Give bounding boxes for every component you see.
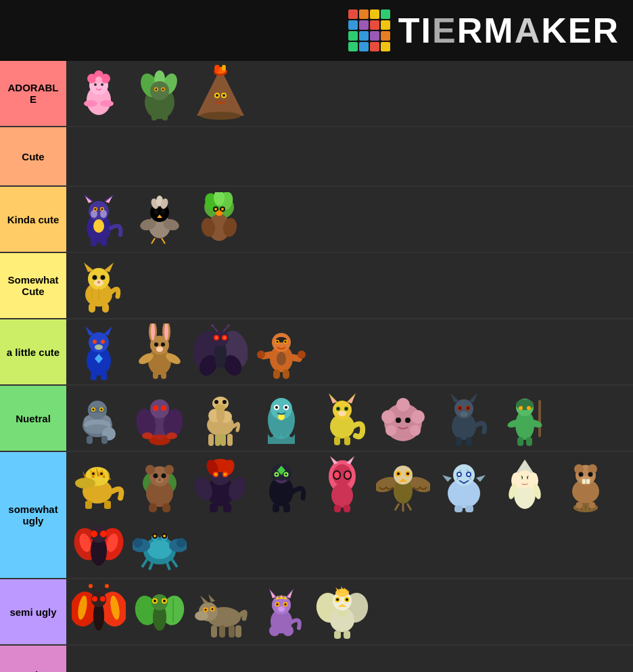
svg-point-132 [277, 352, 286, 365]
pokemon-slot[interactable] [312, 455, 372, 514]
svg-point-194 [405, 418, 411, 423]
pokemon-slot[interactable] [373, 455, 433, 514]
pokemon-slot[interactable] [191, 582, 250, 642]
svg-point-54 [161, 210, 165, 214]
tier-label-cute: Cute [0, 127, 66, 185]
svg-rect-186 [344, 436, 350, 445]
pokemon-slot[interactable] [69, 322, 128, 382]
svg-point-38 [100, 210, 107, 218]
svg-marker-288 [476, 475, 486, 482]
svg-point-201 [459, 407, 461, 409]
svg-rect-315 [582, 479, 586, 484]
svg-point-192 [410, 425, 421, 436]
pokemon-slot[interactable] [312, 388, 372, 448]
svg-point-182 [337, 407, 339, 409]
pokemon-slot[interactable] [191, 455, 250, 514]
svg-rect-104 [161, 372, 166, 379]
svg-point-190 [396, 398, 410, 411]
svg-marker-376 [200, 596, 208, 604]
pokemon-slot[interactable] [69, 582, 128, 642]
svg-point-175 [333, 401, 352, 420]
svg-line-349 [166, 561, 170, 570]
svg-point-210 [527, 406, 531, 410]
svg-rect-323 [576, 502, 582, 508]
svg-point-248 [214, 473, 217, 476]
pokemon-slot[interactable] [373, 388, 433, 448]
pokemon-slot[interactable] [130, 582, 189, 642]
tier-table: ADORABLE [0, 61, 633, 672]
pokemon-slot[interactable] [191, 322, 250, 382]
svg-point-294 [458, 473, 461, 476]
svg-point-249 [224, 473, 227, 476]
logo-cell [359, 9, 369, 19]
pokemon-slot[interactable] [69, 388, 128, 448]
pokemon-slot[interactable] [434, 455, 494, 514]
tier-label-ugly: ugly [0, 646, 66, 672]
logo-cell [370, 20, 379, 30]
tier-content-adorable [66, 61, 633, 126]
pokemon-slot[interactable] [252, 388, 311, 448]
svg-point-96 [151, 323, 155, 340]
tier-label-somewhat-ugly: somewhat ugly [0, 452, 66, 578]
pokemon-slot[interactable] [130, 516, 189, 575]
pokemon-slot[interactable] [130, 455, 189, 514]
svg-point-183 [346, 407, 348, 409]
pokemon-slot[interactable] [69, 64, 128, 123]
pokemon-slot[interactable] [252, 582, 311, 642]
pokemon-slot[interactable] [69, 516, 128, 575]
pokemon-slot[interactable] [130, 189, 189, 249]
svg-rect-272 [334, 505, 341, 512]
pokemon-slot[interactable] [191, 189, 250, 249]
svg-point-398 [285, 603, 287, 605]
svg-point-42 [101, 208, 103, 210]
svg-point-346 [163, 535, 166, 537]
pokemon-slot[interactable] [130, 322, 189, 382]
pokemon-slot[interactable] [69, 189, 128, 249]
svg-rect-296 [454, 506, 463, 512]
pokemon-slot[interactable] [191, 388, 250, 448]
pokemon-slot[interactable] [252, 455, 311, 514]
svg-point-77 [97, 281, 100, 284]
pokemon-slot[interactable] [495, 388, 555, 448]
svg-rect-90 [91, 372, 97, 380]
svg-point-41 [95, 208, 97, 210]
svg-rect-185 [334, 436, 340, 445]
tier-row-ugly: ugly [0, 646, 633, 672]
logo-cell [370, 9, 379, 19]
pokemon-slot[interactable] [191, 64, 250, 123]
svg-rect-166 [227, 434, 233, 446]
svg-rect-165 [220, 434, 226, 446]
svg-point-193 [396, 418, 401, 423]
tier-label-semi-ugly: semi ugly [0, 579, 66, 644]
svg-rect-205 [466, 437, 472, 446]
svg-point-310 [574, 464, 584, 474]
pokemon-slot[interactable] [69, 455, 128, 514]
svg-line-334 [101, 520, 107, 528]
svg-point-45 [93, 219, 104, 233]
pokemon-slot[interactable] [556, 455, 615, 514]
svg-point-4 [101, 74, 110, 83]
svg-point-6 [94, 83, 97, 86]
svg-point-380 [205, 608, 207, 610]
pokemon-slot[interactable] [69, 256, 128, 315]
pokemon-slot[interactable] [130, 64, 189, 123]
svg-point-100 [156, 346, 163, 352]
tier-content-somewhat-ugly [66, 452, 633, 578]
svg-point-295 [467, 473, 470, 476]
pokemon-slot[interactable] [130, 388, 189, 448]
pokemon-slot[interactable] [434, 388, 494, 448]
svg-rect-163 [208, 434, 214, 446]
svg-point-227 [100, 472, 103, 475]
svg-rect-204 [456, 437, 462, 446]
pokemon-slot[interactable] [252, 322, 311, 382]
tiermaker-logo-text: TierMaker [398, 10, 619, 51]
pokemon-slot[interactable] [495, 455, 555, 514]
svg-rect-229 [104, 501, 111, 509]
svg-marker-377 [208, 594, 215, 602]
svg-point-162 [222, 400, 227, 404]
svg-rect-145 [101, 436, 108, 444]
pokemon-slot[interactable] [312, 582, 372, 642]
logo-cell [381, 9, 390, 19]
svg-point-67 [216, 210, 222, 216]
svg-marker-178 [330, 395, 336, 403]
